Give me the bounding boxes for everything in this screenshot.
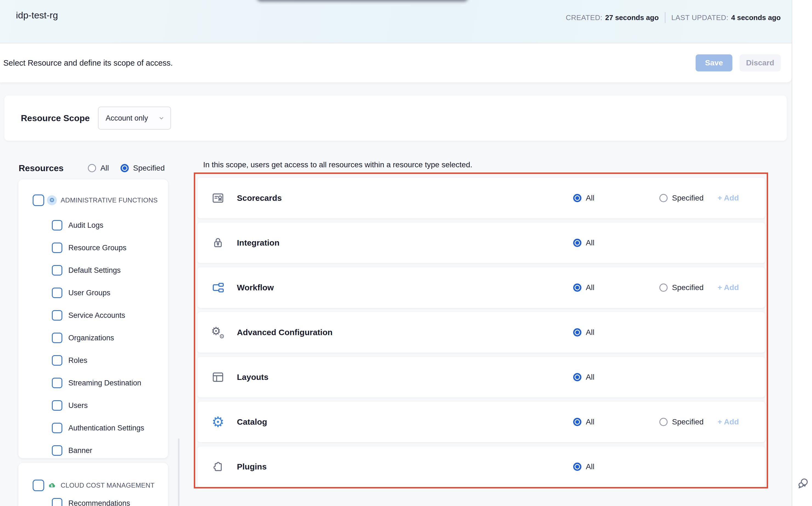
item-label: Audit Logs [68, 221, 103, 230]
row-integration: Integration All [197, 223, 765, 263]
authentication-settings-checkbox[interactable] [52, 423, 62, 433]
scorecards-specified-radio[interactable] [659, 194, 668, 202]
resource-scope-dropdown[interactable]: Account only [98, 106, 171, 130]
row-plugins: Plugins All [197, 446, 765, 487]
resource-scope-card: Resource Scope Account only [4, 96, 787, 141]
workflow-add-button[interactable]: + Add [718, 283, 739, 292]
sidebar-item-recommendations: Recommendations [18, 492, 168, 506]
all-label: All [586, 373, 594, 382]
row-label: Plugins [237, 462, 267, 472]
updated-value: 4 seconds ago [731, 13, 781, 22]
row-scorecards: Scorecards All Specified + Add [197, 178, 765, 219]
resource-rows-panel: Scorecards All Specified + Add Integrati… [194, 172, 768, 488]
save-button[interactable]: Save [696, 55, 732, 71]
sidebar-item-service-accounts: Service Accounts [18, 304, 168, 327]
cloud-cost-checkbox[interactable] [33, 480, 44, 491]
all-label: All [586, 283, 594, 292]
row-label: Layouts [237, 372, 269, 382]
resources-specified-radio[interactable] [120, 164, 129, 172]
advanced-configuration-all-radio[interactable] [573, 328, 582, 337]
layout-icon [211, 370, 225, 384]
scorecard-icon [211, 191, 225, 205]
resource-scope-label: Resource Scope [21, 113, 90, 123]
sidebar-item-resource-groups: Resource Groups [18, 237, 168, 259]
audit-logs-checkbox[interactable] [52, 220, 62, 231]
row-label: Advanced Configuration [237, 328, 332, 337]
header-meta: CREATED: 27 seconds ago LAST UPDATED: 4 … [566, 12, 781, 23]
banner-checkbox[interactable] [52, 445, 62, 456]
integration-all-radio[interactable] [573, 239, 582, 247]
sidebar-item-default-settings: Default Settings [18, 259, 168, 281]
default-settings-checkbox[interactable] [52, 265, 62, 275]
scorecards-all-radio[interactable] [573, 194, 582, 202]
row-label: Integration [237, 238, 280, 248]
resources-header: Resources All Specified [19, 162, 165, 175]
sidebar-item-user-groups: User Groups [18, 281, 168, 304]
recommendations-checkbox[interactable] [52, 498, 62, 506]
page-header: idp-test-rg CREATED: 27 seconds ago LAST… [0, 0, 792, 44]
resources-all-radio[interactable] [88, 164, 96, 172]
row-layouts: Layouts All [197, 357, 765, 398]
svg-text:$: $ [50, 484, 53, 488]
all-label: All [586, 462, 594, 471]
item-label: Recommendations [68, 499, 130, 506]
chat-help-icon[interactable] [796, 476, 810, 490]
discard-button[interactable]: Discard [739, 55, 781, 71]
catalog-specified-radio[interactable] [659, 418, 668, 426]
row-label: Catalog [237, 417, 267, 427]
workflow-specified-radio[interactable] [659, 283, 668, 292]
specified-label: Specified [672, 418, 704, 426]
right-gutter [792, 0, 812, 506]
roles-checkbox[interactable] [52, 355, 62, 366]
resources-title: Resources [19, 163, 64, 173]
item-label: Users [68, 401, 88, 410]
item-label: Service Accounts [68, 311, 125, 320]
layouts-all-radio[interactable] [573, 373, 582, 381]
catalog-all-radio[interactable] [573, 418, 582, 426]
scorecards-add-button[interactable]: + Add [718, 194, 739, 202]
gear-filled-icon: ⚙ [211, 415, 225, 429]
resource-groups-checkbox[interactable] [52, 243, 62, 253]
admin-functions-checkbox[interactable] [33, 194, 44, 206]
cloud-dollar-icon: $ [47, 481, 57, 490]
organizations-checkbox[interactable] [52, 333, 62, 343]
top-overlay-shadow [257, 0, 468, 2]
sidebar-item-authentication-settings: Authentication Settings [18, 417, 168, 439]
item-label: Roles [68, 356, 87, 365]
users-checkbox[interactable] [52, 400, 62, 411]
group-row-admin-functions: ⚙ ADMINISTRATIVE FUNCTIONS [18, 194, 168, 207]
group-label: ADMINISTRATIVE FUNCTIONS [61, 196, 158, 204]
group-label: CLOUD COST MANAGEMENT [61, 482, 155, 489]
plugins-all-radio[interactable] [573, 462, 582, 471]
resource-scope-selected: Account only [106, 114, 148, 122]
gears-icon: ⚙⚙ [211, 326, 225, 339]
sidebar-item-audit-logs: Audit Logs [18, 214, 168, 237]
all-label: All [586, 194, 594, 202]
item-label: Authentication Settings [68, 424, 144, 432]
row-catalog: ⚙ Catalog All Specified + Add [197, 402, 765, 442]
all-label: All [586, 238, 594, 247]
item-label: User Groups [68, 289, 110, 297]
resources-all-label: All [100, 164, 109, 172]
sidebar-item-roles: Roles [18, 349, 168, 372]
service-accounts-checkbox[interactable] [52, 310, 62, 321]
updated-meta: LAST UPDATED: 4 seconds ago [672, 13, 781, 22]
row-workflow: Workflow All Specified + Add [197, 267, 765, 308]
meta-divider [665, 12, 666, 23]
workflow-icon [211, 281, 225, 294]
streaming-destination-checkbox[interactable] [52, 378, 62, 388]
sidebar-item-streaming-destination: Streaming Destination [18, 372, 168, 394]
user-groups-checkbox[interactable] [52, 287, 62, 298]
item-label: Streaming Destination [68, 379, 141, 387]
all-label: All [586, 328, 594, 337]
sidebar-item-users: Users [18, 394, 168, 417]
workflow-all-radio[interactable] [573, 283, 582, 292]
page: idp-test-rg CREATED: 27 seconds ago LAST… [0, 0, 812, 506]
catalog-add-button[interactable]: + Add [718, 418, 739, 426]
resources-group-card-admin: ⚙ ADMINISTRATIVE FUNCTIONS Audit Logs Re… [18, 179, 168, 458]
row-advanced-configuration: ⚙⚙ Advanced Configuration All [197, 312, 765, 353]
sidebar-scrollbar[interactable] [178, 438, 180, 506]
page-title: idp-test-rg [16, 10, 58, 21]
item-label: Default Settings [68, 266, 121, 275]
created-value: 27 seconds ago [605, 13, 658, 22]
